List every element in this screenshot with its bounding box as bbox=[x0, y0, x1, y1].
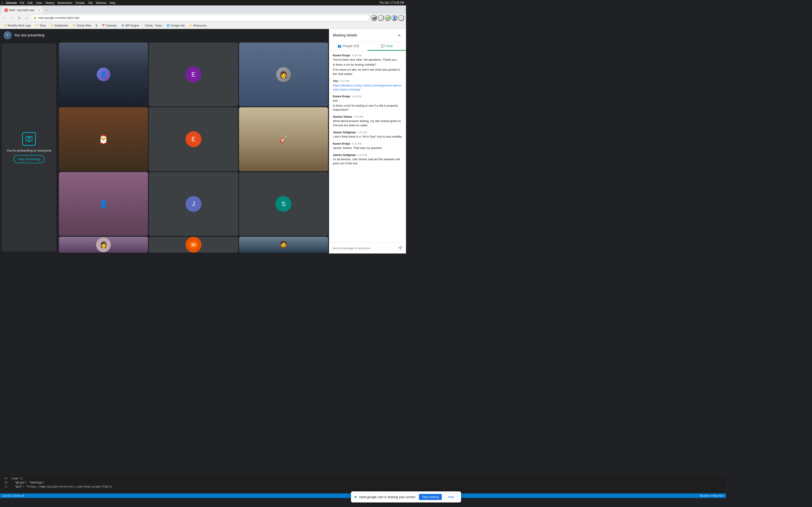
msg-sender-7: James Seligman bbox=[333, 153, 356, 157]
video-tile-6: 🎸 bbox=[239, 107, 328, 171]
chat-input-field[interactable] bbox=[332, 246, 395, 250]
tab-title: Meet - kwz-bphs-hpz bbox=[9, 9, 34, 12]
chat-message-1: Karen Kreps 6:30 PM You've been very cle… bbox=[333, 54, 402, 76]
chat-message-3: Karen Kreps 6:32 PM tool Is there a tool… bbox=[333, 95, 402, 112]
menu-chrome[interactable]: Chrome bbox=[6, 1, 17, 5]
back-button[interactable]: ← bbox=[2, 15, 8, 21]
bookmark-clarity-tasks[interactable]: · Clarity - Tasks bbox=[142, 23, 164, 27]
bookmark-clarity-sites[interactable]: 📁 Clarity Sites bbox=[71, 23, 93, 27]
msg-text-1b: Is there a too for testing mobility? bbox=[333, 63, 402, 67]
bookmark-label: Resources bbox=[193, 24, 206, 27]
menu-file[interactable]: File bbox=[20, 1, 24, 5]
reload-button[interactable]: ↻ bbox=[16, 15, 22, 21]
tab-people-label: People (15) bbox=[343, 44, 359, 48]
tasks-icon: · bbox=[143, 24, 144, 27]
new-tab-button[interactable]: + bbox=[43, 7, 50, 13]
presenter-avatar: Y bbox=[4, 31, 12, 39]
msg-header-6: Karen Kreps 6:34 PM bbox=[333, 142, 402, 145]
extensions-icon[interactable]: 🧩 bbox=[385, 15, 391, 21]
chat-message-5: James Seligman 6:33 PM I don't think the… bbox=[333, 130, 402, 139]
mac-status-icons: Thu Dec 17 6:35 PM bbox=[379, 1, 404, 4]
chat-message-7: James Seligman 6:35 PM on all devices. L… bbox=[333, 153, 402, 165]
bookmark-folder-icon-4: 📁 bbox=[72, 24, 76, 27]
msg-text-7: on all devices. Like Shane said all Divi… bbox=[333, 157, 402, 165]
video-tile-7: 👤 bbox=[59, 172, 148, 236]
bookmark-label: WP Engine bbox=[125, 24, 139, 27]
tab-close-button[interactable]: ✕ bbox=[38, 9, 40, 11]
menu-tab[interactable]: Tab bbox=[88, 1, 93, 5]
msg-sender-2: You bbox=[333, 79, 338, 82]
bookmark-resources[interactable]: 📁 Resources bbox=[187, 23, 208, 27]
presenting-to-everyone-text: You're presenting to everyone bbox=[7, 149, 51, 152]
msg-sender-5: James Seligman bbox=[333, 130, 356, 134]
home-button[interactable]: ⌂ bbox=[23, 15, 30, 21]
menu-people[interactable]: People bbox=[75, 1, 85, 5]
bookmark-monthly-work-logs[interactable]: 📁 Monthly Work Logs bbox=[2, 23, 33, 27]
wp-icon: ⚙️ bbox=[121, 24, 124, 27]
chat-messages-container: Karen Kreps 6:30 PM You've been very cle… bbox=[329, 51, 406, 242]
apple-icon[interactable]:  bbox=[2, 1, 3, 5]
meet-container: Y You are presenting You're presenting t… bbox=[0, 29, 406, 253]
chat-message-4: Seema Talwar 6:33 PM What about browser … bbox=[333, 115, 402, 127]
msg-header-1: Karen Kreps 6:30 PM bbox=[333, 54, 402, 57]
msg-header-4: Seema Talwar 6:33 PM bbox=[333, 115, 402, 118]
menu-history[interactable]: History bbox=[45, 1, 54, 5]
bookmark-label: Tools bbox=[40, 24, 46, 27]
bookmark-tools[interactable]: 📁 Tools bbox=[34, 23, 48, 27]
panel-header: Meeting details ✕ bbox=[329, 29, 406, 42]
bookmark-clarity-sites-label: Clarity Sites bbox=[77, 24, 91, 27]
bookmark-datastudio[interactable]: 📁 DataStudio bbox=[49, 23, 70, 27]
participant-initial: E bbox=[192, 71, 196, 78]
menu-view[interactable]: View bbox=[36, 1, 42, 5]
menu-edit[interactable]: Edit bbox=[28, 1, 33, 5]
chat-send-button[interactable] bbox=[397, 245, 403, 251]
menu-window[interactable]: Window bbox=[96, 1, 106, 5]
ads-icon: 🌐 bbox=[166, 24, 170, 27]
bookmark-star-icon[interactable]: ☆ bbox=[378, 15, 384, 21]
msg-text-6: James, thanks. That was my question. bbox=[333, 146, 402, 150]
bookmark-folder-icon-3: 📁 bbox=[51, 24, 54, 27]
url-text: meet.google.com/kwz-bphs-hpz bbox=[38, 16, 80, 19]
chat-input-area bbox=[329, 242, 406, 253]
panel-close-button[interactable]: ✕ bbox=[396, 32, 402, 39]
bookmark-calendar[interactable]: 📅 Calendar bbox=[100, 23, 119, 27]
tab-people[interactable]: 👥 People (15) bbox=[329, 42, 368, 51]
profile-icon[interactable]: 👤 bbox=[392, 15, 397, 21]
bookmark-label: DataStudio bbox=[55, 24, 68, 27]
plus-icon: + bbox=[46, 9, 47, 12]
active-tab[interactable]: M Meet - kwz-bphs-hpz ✕ bbox=[2, 7, 43, 13]
meeting-details-panel: Meeting details ✕ 👥 People (15) 💬 Chat K… bbox=[329, 29, 406, 253]
participant-initial: J bbox=[192, 200, 195, 208]
chat-message-2: You 6:31 PM https://dividemo.clarity-onl… bbox=[333, 79, 402, 92]
msg-time-2: 6:31 PM bbox=[340, 80, 349, 82]
video-tile-8: J bbox=[149, 172, 238, 236]
video-tile-11: 3D bbox=[149, 237, 238, 252]
bookmark-google-ads[interactable]: 🌐 Google Ads bbox=[165, 23, 187, 27]
tab-chat-label: Chat bbox=[386, 44, 393, 48]
bookmark-label: Calendar bbox=[106, 24, 117, 27]
mac-menubar:  Chrome File Edit View History Bookmark… bbox=[0, 0, 406, 5]
msg-header-2: You 6:31 PM bbox=[333, 79, 402, 82]
address-bar[interactable]: 🔒 meet.google.com/kwz-bphs-hpz bbox=[31, 15, 370, 21]
video-tile-10: 👩 bbox=[59, 237, 148, 252]
cast-icon[interactable]: 📹 bbox=[371, 15, 377, 21]
msg-time-3: 6:32 PM bbox=[352, 95, 361, 98]
calendar-icon: 📅 bbox=[102, 24, 105, 27]
bookmark-wp-engine[interactable]: ⚙️ WP Engine bbox=[119, 23, 141, 27]
bookmark-dollar[interactable]: $ bbox=[94, 23, 99, 27]
msg-text-1c: If he came on late, he won't see what wa… bbox=[333, 68, 402, 76]
video-tile-4: 🎅 bbox=[59, 107, 148, 171]
msg-link-2[interactable]: https://dividemo.clarity-online.com/resp… bbox=[333, 84, 401, 91]
video-tile-3: 👩 bbox=[239, 43, 328, 106]
tab-chat[interactable]: 💬 Chat bbox=[368, 42, 406, 51]
bookmark-label: $ bbox=[96, 24, 97, 27]
menu-help[interactable]: Help bbox=[109, 1, 115, 5]
menu-dots-icon[interactable]: ⋮ bbox=[398, 15, 404, 21]
stop-presenting-button[interactable]: Stop presenting bbox=[13, 155, 45, 163]
bookmark-clarity-tasks-label: Clarity - Tasks bbox=[145, 24, 162, 27]
menu-bookmarks[interactable]: Bookmarks bbox=[58, 1, 72, 5]
video-tile-12: 🧔 bbox=[239, 237, 328, 252]
video-tiles-grid: 👤 E 👩 bbox=[58, 42, 329, 253]
msg-sender-6: Karen Kreps bbox=[333, 142, 350, 145]
forward-button[interactable]: → bbox=[9, 15, 15, 21]
